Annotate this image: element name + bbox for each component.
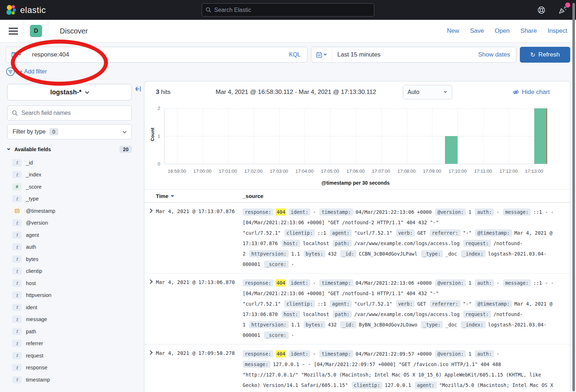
chevron-right-icon — [148, 350, 153, 355]
source-field-value: 1.1 — [291, 322, 300, 328]
text-field-icon: t — [12, 195, 22, 202]
field-item-bytes[interactable]: tbytes — [7, 253, 137, 265]
source-field-name: _type: — [421, 321, 443, 328]
saved-query-menu-button[interactable] — [6, 47, 27, 62]
calendar-menu-button[interactable] — [311, 47, 332, 62]
x-tick-label: 16:59:00 — [168, 168, 186, 174]
field-item-_score[interactable]: #_score — [7, 181, 137, 193]
time-range-value[interactable]: Last 15 minutes — [332, 51, 478, 58]
field-item-_id[interactable]: t_id — [7, 157, 137, 169]
expand-row-button[interactable] — [144, 207, 156, 270]
refresh-button[interactable]: ↻ Refresh — [520, 47, 570, 63]
newsfeed-button[interactable] — [558, 5, 567, 15]
sort-descending-icon[interactable] — [171, 195, 174, 197]
vertical-scrollbar[interactable] — [572, 3, 575, 391]
source-field-name: path: — [333, 311, 352, 318]
interval-select[interactable]: Auto — [403, 85, 452, 99]
source-field-name: clientip: — [284, 229, 315, 236]
x-tick-label: 17:05:00 — [321, 168, 339, 174]
documents-table: Time _source Mar 4, 2021 @ 17:13:07.876r… — [144, 189, 570, 392]
source-field-value: /var/www/example.com/logs/access.log — [354, 240, 460, 246]
x-tick-label: 17:10:00 — [449, 168, 467, 174]
app-navbar: D Discover New Save Open Share Inspect — [0, 20, 576, 42]
field-search[interactable] — [7, 105, 132, 121]
x-tick-label: 17:06:00 — [346, 168, 365, 174]
field-item-response[interactable]: tresponse — [7, 362, 137, 374]
new-button[interactable]: New — [447, 27, 459, 35]
chevron-down-icon — [85, 90, 89, 94]
inspect-button[interactable]: Inspect — [548, 27, 567, 35]
source-field-value: "curl/7.52.1" — [354, 301, 392, 307]
elastic-logo[interactable]: elastic — [6, 5, 46, 15]
field-item-message[interactable]: tmessage — [7, 314, 137, 326]
time-column-header[interactable]: Time — [156, 193, 243, 199]
doc-timestamp: Mar 4, 2021 @ 17:09:58.278 — [156, 349, 243, 392]
field-name: _id — [26, 160, 33, 166]
expand-row-button[interactable] — [144, 349, 156, 392]
filter-menu-icon[interactable] — [6, 67, 15, 76]
source-field-value: 1.1 — [291, 251, 300, 257]
global-search-input[interactable] — [214, 7, 370, 13]
index-pattern-select[interactable]: logstash-* — [7, 84, 132, 100]
field-item-_index[interactable]: t_index — [7, 169, 137, 181]
date-field-icon — [12, 207, 22, 215]
table-row: Mar 4, 2021 @ 17:13:06.870response:404id… — [144, 274, 570, 344]
expand-row-button[interactable] — [144, 278, 156, 341]
field-item-host[interactable]: thost — [7, 277, 137, 289]
menu-icon[interactable] — [9, 28, 18, 35]
field-item-ident[interactable]: tident — [7, 301, 137, 314]
save-button[interactable]: Save — [470, 27, 484, 35]
global-search[interactable] — [202, 3, 374, 17]
filter-type-count-badge: 0 — [49, 128, 59, 135]
query-input[interactable] — [27, 51, 283, 58]
field-item-referrer[interactable]: treferrer — [7, 338, 137, 350]
discover-app-badge[interactable]: D — [30, 25, 42, 37]
source-field-value: 04/Mar/2021:22:09:57 +0000 — [356, 351, 432, 357]
available-fields-toggle[interactable]: Available fields 20 — [7, 146, 132, 153]
x-tick-label: 17:09:00 — [423, 168, 441, 174]
logo-text: elastic — [20, 5, 46, 15]
share-button[interactable]: Share — [521, 27, 537, 35]
show-dates-button[interactable]: Show dates — [478, 51, 516, 58]
field-item-clientip[interactable]: tclientip — [7, 265, 137, 278]
query-language-button[interactable]: KQL — [283, 51, 307, 58]
add-filter-button[interactable]: + Add filter — [19, 68, 47, 75]
field-name: host — [26, 280, 36, 286]
source-field-name: _id: — [340, 250, 356, 257]
source-field-value: 432 — [328, 251, 337, 257]
source-field-name: ident: — [289, 279, 311, 287]
collapse-sidebar-icon[interactable] — [135, 85, 142, 93]
source-field-value: "-" — [463, 301, 472, 307]
field-name: agent — [26, 232, 39, 238]
open-button[interactable]: Open — [495, 27, 510, 35]
source-field-value: 1 — [468, 351, 471, 357]
help-icon[interactable] — [537, 6, 546, 14]
chevron-down-icon — [122, 129, 126, 133]
source-field-name: httpversion: — [249, 321, 289, 328]
source-field-name: auth: — [475, 279, 494, 287]
date-picker: Last 15 minutes Show dates — [311, 47, 516, 63]
source-field-name: ident: — [289, 208, 311, 216]
field-item-path[interactable]: tpath — [7, 325, 137, 338]
field-item-auth[interactable]: tauth — [7, 241, 137, 253]
hide-chart-button[interactable]: Hide chart — [513, 89, 550, 96]
source-field-name: message: — [503, 279, 531, 287]
source-field-value: 432 — [328, 322, 337, 328]
table-row: Mar 4, 2021 @ 17:13:07.876response:404id… — [144, 203, 570, 274]
source-field-name: message: — [503, 208, 531, 216]
field-item-httpversion[interactable]: thttpversion — [7, 289, 137, 302]
source-field-name: host: — [282, 311, 301, 318]
field-item-timestamp[interactable]: ttimestamp — [7, 374, 137, 386]
field-item-request[interactable]: trequest — [7, 350, 137, 362]
field-item-@timestamp[interactable]: @timestamp — [7, 205, 137, 217]
histogram-bar[interactable] — [534, 108, 547, 164]
field-search-input[interactable] — [22, 110, 127, 116]
filter-by-type[interactable]: Filter by type 0 — [7, 124, 132, 139]
histogram-bar[interactable] — [445, 136, 458, 164]
field-item-@version[interactable]: t@version — [7, 217, 137, 229]
doc-source: response:404ident:-timestamp:04/Mar/2021… — [243, 207, 557, 270]
hits-header: 3 hits Mar 4, 2021 @ 16:58:30.112 - Mar … — [144, 81, 570, 103]
field-item-agent[interactable]: tagent — [7, 229, 137, 241]
text-field-icon: t — [12, 231, 22, 239]
field-item-_type[interactable]: t_type — [7, 193, 137, 205]
